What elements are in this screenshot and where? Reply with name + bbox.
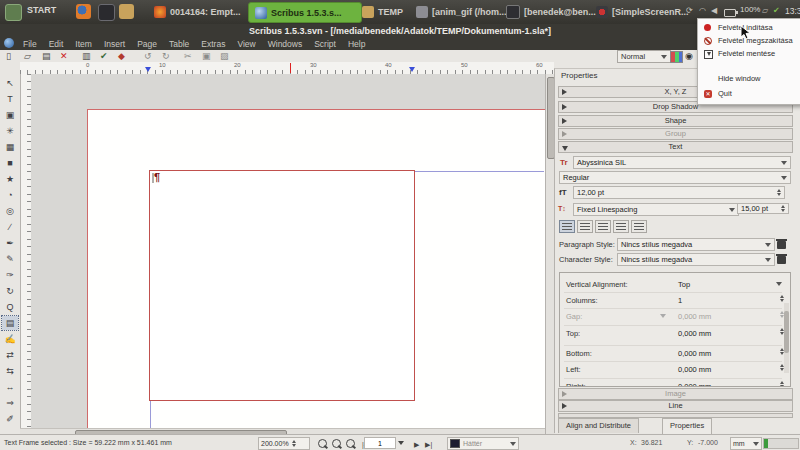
zoom-level-spinbox[interactable]: 200.00% — [258, 437, 310, 450]
link-text-frames-tool[interactable]: ⇄ — [2, 348, 18, 362]
task-anim-gif[interactable]: [anim_gif (/hom... — [410, 2, 510, 21]
firefox-icon[interactable] — [76, 4, 91, 19]
battery-icon[interactable] — [724, 9, 736, 17]
story-editor-tool[interactable]: ✍ — [2, 332, 18, 346]
character-style-select[interactable]: Nincs stílus megadva — [617, 253, 775, 266]
volume-tray-icon[interactable]: ◀ — [711, 6, 717, 15]
text-frame[interactable]: ¶ — [149, 170, 415, 401]
export-pdf-icon[interactable]: ◆ — [118, 50, 125, 62]
measurements-tool[interactable]: ↔ — [2, 380, 18, 394]
select-item-tool[interactable]: ↖ — [2, 76, 18, 90]
cut-icon[interactable]: ✂ — [184, 50, 192, 62]
spinner-arrows-icon[interactable] — [780, 295, 784, 302]
menu-insert[interactable]: Insert — [98, 37, 131, 51]
document-canvas[interactable]: ¶ — [31, 74, 545, 428]
layer-select[interactable]: Háttér — [447, 437, 519, 450]
zoom-in-icon[interactable] — [346, 439, 355, 448]
spinner-arrows-icon[interactable] — [781, 205, 785, 212]
start-menu-button[interactable]: START — [27, 5, 56, 15]
insert-image-frame-tool[interactable]: ▣ — [2, 108, 18, 122]
tab-align-and-distribute[interactable]: Align and Distribute — [558, 418, 639, 433]
spinner-arrows-icon[interactable] — [780, 381, 784, 387]
align-justify-button[interactable] — [613, 220, 629, 233]
task-bugtracker[interactable]: 0014164: Empt... — [148, 2, 252, 21]
linespacing-spinbox[interactable]: 15,00 pt — [737, 203, 789, 214]
color-management-icon[interactable] — [670, 51, 683, 63]
insert-render-frame-tool[interactable]: ✳ — [2, 124, 18, 138]
task-scribus[interactable]: Scribus 1.5.3.s... — [248, 2, 362, 23]
insert-spiral-tool[interactable]: ◎ — [2, 204, 18, 218]
sync-ok-tray-icon[interactable]: ✔ — [773, 6, 780, 15]
page-select-arrow-icon[interactable] — [398, 439, 404, 447]
menu-page[interactable]: Page — [131, 37, 163, 51]
zoom-tool[interactable]: Q — [2, 300, 18, 314]
print-document-icon[interactable]: ▥ — [82, 50, 91, 62]
menu-extras[interactable]: Extras — [195, 37, 231, 51]
unlink-text-frames-tool[interactable]: ⇆ — [2, 364, 18, 378]
linespacing-mode-select[interactable]: Fixed Linespacing — [573, 203, 739, 216]
section-line[interactable]: Line — [558, 400, 793, 412]
new-document-icon[interactable]: ▯ — [6, 50, 11, 62]
network-tray-icon[interactable]: ◠ — [699, 6, 706, 15]
insert-arc-tool[interactable]: ◔ — [2, 188, 18, 202]
edit-contents-tool[interactable]: ▤ — [2, 316, 18, 330]
section-shape[interactable]: Shape — [558, 115, 793, 127]
insert-table-tool[interactable]: ▦ — [2, 140, 18, 154]
open-document-icon[interactable]: ▱ — [24, 50, 31, 62]
align-center-button[interactable] — [577, 220, 593, 233]
last-page-button[interactable]: ▶| — [425, 441, 432, 449]
menu-help[interactable]: Help — [342, 37, 371, 51]
task-simplescreenrecorder[interactable]: [SimpleScreenR... — [590, 2, 694, 21]
insert-text-frame-tool[interactable]: T — [2, 92, 18, 106]
align-left-button[interactable] — [559, 220, 575, 233]
image-quality-select[interactable]: Normal — [617, 50, 671, 63]
spinner-arrows-icon[interactable] — [292, 440, 296, 447]
zoom-actual-size-icon[interactable] — [332, 439, 341, 448]
rotate-item-tool[interactable]: ↻ — [2, 284, 18, 298]
paste-icon[interactable]: ▨ — [220, 50, 229, 62]
menu-item-hide-window[interactable]: Hide window — [698, 72, 800, 85]
close-document-icon[interactable]: ✕ — [60, 50, 68, 62]
align-right-button[interactable] — [595, 220, 611, 233]
menu-windows[interactable]: Windows — [262, 37, 308, 51]
menu-script[interactable]: Script — [308, 37, 342, 51]
spinner-arrows-icon[interactable] — [777, 189, 781, 196]
unit-select[interactable]: mm — [730, 437, 762, 450]
menu-table[interactable]: Table — [163, 37, 195, 51]
menu-edit[interactable]: Edit — [43, 37, 70, 51]
save-document-icon[interactable]: ▤ — [42, 50, 51, 62]
menu-view[interactable]: View — [231, 37, 261, 51]
chevron-down-icon[interactable] — [776, 282, 782, 286]
undo-icon[interactable]: ↺ — [144, 50, 152, 62]
mail-tray-icon[interactable]: ▱ — [762, 6, 768, 15]
section-text[interactable]: Text — [558, 141, 793, 153]
preview-mode-icon[interactable]: ◉ — [685, 50, 693, 62]
copy-properties-tool[interactable]: ⇒ — [2, 396, 18, 410]
insert-calligraphic-tool[interactable]: ✑ — [2, 268, 18, 282]
align-force-justify-button[interactable] — [631, 220, 647, 233]
insert-polygon-tool[interactable]: ★ — [2, 172, 18, 186]
workspace-icon[interactable] — [5, 4, 22, 21]
task-temp-folder[interactable]: TEMP — [356, 2, 416, 21]
eye-dropper-tool[interactable]: ✐ — [2, 412, 18, 426]
remove-paragraph-style-icon[interactable] — [777, 239, 786, 249]
task-terminal[interactable]: [benedek@ben... — [500, 2, 598, 21]
redo-icon[interactable]: ↻ — [162, 50, 170, 62]
updates-tray-icon[interactable]: ⟳ — [686, 6, 693, 15]
indent-marker-right[interactable] — [409, 67, 415, 72]
zoom-out-icon[interactable] — [318, 439, 327, 448]
box-scrollbar-thumb[interactable] — [784, 311, 789, 353]
font-family-select[interactable]: Abyssinica SIL — [573, 156, 791, 169]
folder-icon[interactable] — [119, 4, 134, 19]
tab-properties[interactable]: Properties — [662, 418, 712, 434]
insert-bezier-tool[interactable]: ✒ — [2, 236, 18, 250]
next-page-button[interactable]: ▶ — [414, 441, 419, 449]
screenshot-app-icon[interactable] — [98, 4, 115, 21]
menu-item-quit[interactable]: ✕ Quit — [698, 87, 800, 100]
menu-item-save-recording[interactable]: Felvétel mentése — [698, 47, 800, 60]
page-number-input[interactable] — [364, 437, 396, 449]
clock[interactable]: 13:38 — [785, 6, 800, 16]
preflight-verifier-icon[interactable]: ✔ — [100, 50, 108, 62]
menu-item[interactable]: Item — [69, 37, 98, 51]
copy-icon[interactable]: ▣ — [202, 50, 211, 62]
